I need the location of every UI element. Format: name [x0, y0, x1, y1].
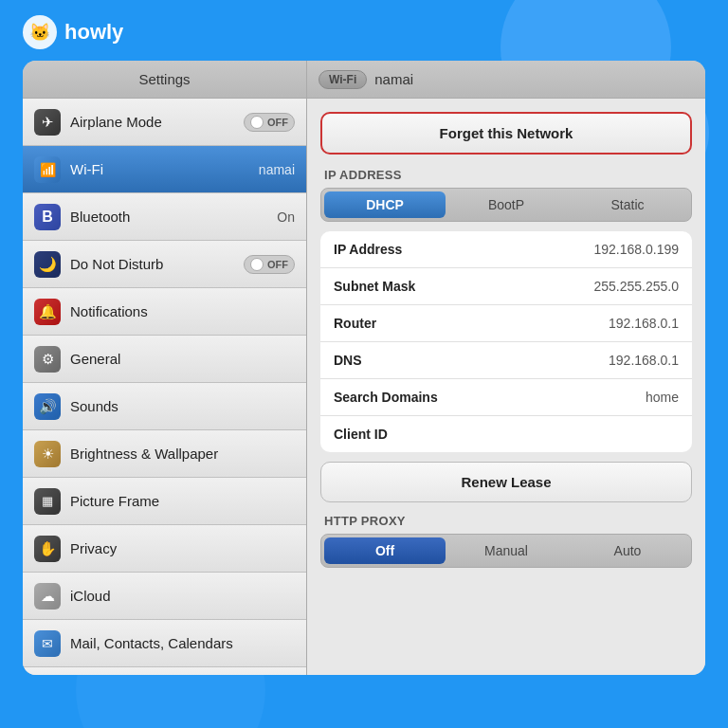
sidebar-label-general: General — [70, 351, 295, 367]
http-auto-tab[interactable]: Auto — [567, 537, 688, 564]
bootp-tab[interactable]: BootP — [446, 191, 567, 218]
search-domains-key: Search Domains — [334, 390, 646, 405]
http-off-tab[interactable]: Off — [324, 537, 446, 564]
sidebar-label-notifications: Notifications — [70, 303, 295, 319]
icloud-icon: ☁ — [34, 583, 61, 610]
sounds-icon: 🔊 — [34, 393, 61, 420]
ip-address-key: IP Address — [334, 242, 593, 257]
app-name: howly — [64, 20, 123, 45]
network-name: namai — [374, 71, 413, 87]
bluetooth-value: On — [277, 209, 295, 225]
sidebar-label-dnd: Do Not Disturb — [70, 256, 234, 272]
main-panel: Settings Wi-Fi namai ✈ Airplane Mode OFF — [23, 61, 705, 675]
static-tab[interactable]: Static — [567, 191, 688, 218]
http-manual-tab[interactable]: Manual — [446, 537, 567, 564]
toggle-circle — [250, 116, 264, 129]
client-id-row: Client ID — [320, 416, 692, 452]
sidebar-item-dnd[interactable]: 🌙 Do Not Disturb OFF — [23, 241, 306, 288]
dns-key: DNS — [334, 353, 609, 368]
wifi-icon: 📶 — [34, 156, 61, 183]
client-id-key: Client ID — [334, 427, 679, 442]
sidebar-label-airplane: Airplane Mode — [70, 114, 234, 130]
renew-lease-button[interactable]: Renew Lease — [320, 462, 692, 502]
sidebar-item-general[interactable]: ⚙ General — [23, 336, 306, 383]
content-area: ✈ Airplane Mode OFF 📶 Wi-Fi namai B — [23, 99, 705, 675]
dns-value: 192.168.0.1 — [609, 353, 679, 368]
http-proxy-segment: Off Manual Auto — [320, 534, 692, 568]
subnet-mask-row: Subnet Mask 255.255.255.0 — [320, 268, 692, 305]
sidebar-label-sounds: Sounds — [70, 398, 295, 414]
sidebar-item-brightness[interactable]: ☀ Brightness & Wallpaper — [23, 430, 306, 478]
ip-mode-segment: DHCP BootP Static — [320, 188, 692, 222]
forget-network-button[interactable]: Forget this Network — [320, 112, 692, 155]
top-bar: Settings Wi-Fi namai — [23, 61, 705, 99]
sidebar-label-picture: Picture Frame — [70, 493, 295, 509]
search-domains-row: Search Domains home — [320, 379, 692, 416]
picture-frame-icon: ▦ — [34, 488, 61, 515]
search-domains-value: home — [646, 390, 679, 405]
router-value: 192.168.0.1 — [609, 316, 679, 331]
sidebar-item-privacy[interactable]: ✋ Privacy — [23, 525, 306, 573]
http-proxy-section-label: HTTP Proxy — [320, 514, 692, 528]
sidebar-label-wifi: Wi-Fi — [70, 161, 249, 177]
sidebar-item-wifi[interactable]: 📶 Wi-Fi namai — [23, 146, 306, 193]
wifi-value: namai — [259, 162, 295, 177]
settings-title: Settings — [23, 61, 307, 98]
general-icon: ⚙ — [34, 346, 61, 373]
wifi-badge: Wi-Fi — [318, 70, 367, 89]
sidebar-label-bluetooth: Bluetooth — [70, 209, 267, 225]
ip-address-section-label: IP Address — [320, 168, 692, 182]
dnd-toggle[interactable]: OFF — [244, 255, 295, 274]
airplane-toggle-value: OFF — [267, 117, 288, 128]
sidebar-item-notifications[interactable]: 🔔 Notifications — [23, 288, 306, 336]
mail-icon: ✉ — [34, 630, 61, 657]
sidebar-item-bluetooth[interactable]: B Bluetooth On — [23, 193, 306, 241]
router-row: Router 192.168.0.1 — [320, 305, 692, 342]
sidebar-item-notes[interactable]: 📋 Notes — [23, 667, 306, 675]
toggle-circle-dnd — [250, 258, 264, 271]
detail-pane: Forget this Network IP Address DHCP Boot… — [307, 99, 705, 675]
sidebar-label-icloud: iCloud — [70, 588, 295, 604]
top-bar-right: Wi-Fi namai — [307, 61, 705, 98]
sidebar-label-privacy: Privacy — [70, 540, 295, 556]
sidebar-item-airplane-mode[interactable]: ✈ Airplane Mode OFF — [23, 99, 306, 146]
svg-text:🐱: 🐱 — [29, 22, 51, 43]
dhcp-tab[interactable]: DHCP — [324, 191, 446, 218]
sidebar-label-mail: Mail, Contacts, Calendars — [70, 635, 295, 651]
notifications-icon: 🔔 — [34, 299, 61, 325]
brightness-icon: ☀ — [34, 441, 61, 467]
airplane-mode-toggle[interactable]: OFF — [244, 113, 295, 132]
sidebar: ✈ Airplane Mode OFF 📶 Wi-Fi namai B — [23, 99, 307, 675]
sidebar-label-brightness: Brightness & Wallpaper — [70, 446, 295, 462]
sidebar-item-icloud[interactable]: ☁ iCloud — [23, 573, 306, 620]
dnd-toggle-value: OFF — [267, 259, 288, 270]
dns-row: DNS 192.168.0.1 — [320, 342, 692, 379]
airplane-mode-icon: ✈ — [34, 109, 61, 136]
ip-address-value: 192.168.0.199 — [593, 242, 679, 257]
subnet-mask-key: Subnet Mask — [334, 279, 593, 294]
app-header: 🐱 howly — [0, 0, 728, 61]
ip-info-card: IP Address 192.168.0.199 Subnet Mask 255… — [320, 231, 692, 452]
ip-address-row: IP Address 192.168.0.199 — [320, 231, 692, 268]
dnd-icon: 🌙 — [34, 251, 61, 278]
sidebar-item-picture-frame[interactable]: ▦ Picture Frame — [23, 478, 306, 525]
subnet-mask-value: 255.255.255.0 — [593, 279, 679, 294]
bluetooth-icon: B — [34, 204, 61, 230]
logo-icon: 🐱 — [23, 15, 57, 49]
sidebar-item-sounds[interactable]: 🔊 Sounds — [23, 383, 306, 430]
privacy-icon: ✋ — [34, 536, 61, 562]
sidebar-item-mail[interactable]: ✉ Mail, Contacts, Calendars — [23, 620, 306, 667]
router-key: Router — [334, 316, 609, 331]
